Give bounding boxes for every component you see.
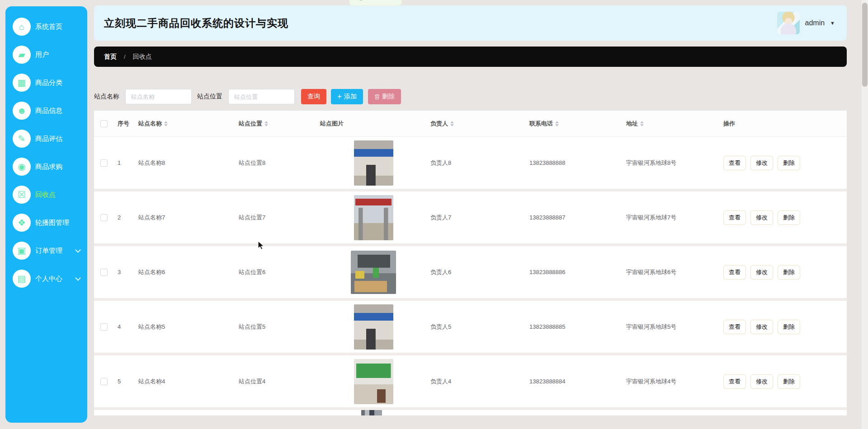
- sidebar-item-label: 轮播图管理: [35, 219, 83, 227]
- cell-manager: 负责人8: [427, 159, 526, 167]
- delete-row-button[interactable]: 删除: [778, 374, 800, 389]
- sidebar-item-4[interactable]: ✎ 商品评估: [5, 125, 87, 153]
- cell-phone: 13823888885: [526, 323, 623, 330]
- row-checkbox[interactable]: [100, 269, 108, 276]
- delete-row-button[interactable]: 删除: [778, 210, 800, 225]
- chevron-down-icon: [75, 275, 81, 281]
- row-actions: 查看修改删除: [720, 374, 847, 389]
- add-button[interactable]: 添加: [331, 89, 363, 104]
- avatar: [777, 12, 800, 34]
- row-checkbox[interactable]: [100, 378, 108, 385]
- sidebar-item-6[interactable]: ☒ 回收点: [5, 181, 87, 209]
- sort-icon[interactable]: [555, 121, 559, 126]
- row-checkbox[interactable]: [100, 159, 108, 167]
- column-header-5: 联系电话: [526, 120, 623, 128]
- table-row: 3 站点名称6 站点位置6 负责人6 13823888886 宇宙银河系地球6号…: [94, 246, 847, 301]
- cell-station-name: 站点名称5: [135, 323, 235, 331]
- row-actions: 查看修改删除: [720, 265, 847, 280]
- edit-button[interactable]: 修改: [750, 156, 773, 170]
- sidebar: ⌂ 系统首页 ▰ 用户 ▦ 商品分类 ☻ 商品信息 ✎ 商品评估 ◉ 商品求购 …: [5, 6, 87, 423]
- view-button[interactable]: 查看: [723, 265, 746, 280]
- column-header-3: 站点图片: [316, 120, 427, 128]
- row-actions: 查看修改删除: [720, 210, 847, 225]
- select-all-checkbox[interactable]: [100, 120, 108, 127]
- table-body: 1 站点名称8 站点位置8 负责人8 13823888888 宇宙银河系地球8号…: [94, 137, 847, 410]
- table-row: 2 站点名称7 站点位置7 负责人7 13823888887 宇宙银河系地球7号…: [94, 191, 847, 246]
- breadcrumb-home[interactable]: 首页: [104, 53, 117, 61]
- station-photo: [354, 359, 393, 404]
- check-circle-icon: ✓: [358, 0, 364, 0]
- success-toast: ✓ 操作成功: [349, 0, 402, 6]
- sidebar-item-label: 订单管理: [35, 247, 76, 255]
- delete-row-button[interactable]: 删除: [778, 265, 800, 280]
- view-button[interactable]: 查看: [723, 156, 746, 170]
- sort-icon[interactable]: [164, 121, 168, 126]
- cell-index: 4: [114, 323, 135, 330]
- sidebar-menu: ⌂ 系统首页 ▰ 用户 ▦ 商品分类 ☻ 商品信息 ✎ 商品评估 ◉ 商品求购 …: [5, 13, 87, 293]
- sidebar-item-5[interactable]: ◉ 商品求购: [5, 153, 87, 181]
- sidebar-item-0[interactable]: ⌂ 系统首页: [5, 13, 87, 41]
- cell-station-location: 站点位置5: [235, 323, 316, 331]
- clipboard-x-icon: ☒: [13, 186, 31, 204]
- delete-row-button[interactable]: 删除: [778, 320, 800, 334]
- sidebar-item-2[interactable]: ▦ 商品分类: [5, 69, 87, 97]
- sort-icon[interactable]: [450, 121, 454, 126]
- cell-phone: 13823888888: [526, 159, 623, 166]
- row-checkbox[interactable]: [100, 323, 108, 331]
- row-actions: 查看修改删除: [720, 320, 847, 334]
- sidebar-item-1[interactable]: ▰ 用户: [5, 41, 87, 69]
- header-bar: 立刻现二手商品回收系统的设计与实现 admin ▼: [94, 5, 847, 41]
- sidebar-item-9[interactable]: ▤ 个人中心: [5, 265, 87, 293]
- cell-index: 5: [114, 378, 135, 385]
- wallet-icon: ▰: [13, 46, 31, 64]
- balloon-icon: ◉: [13, 158, 31, 176]
- cell-index: 2: [114, 214, 135, 221]
- delete-button[interactable]: 删除: [368, 89, 401, 104]
- sort-icon[interactable]: [264, 121, 268, 126]
- view-button[interactable]: 查看: [723, 320, 746, 334]
- view-button[interactable]: 查看: [723, 374, 746, 389]
- sidebar-item-label: 回收点: [35, 191, 83, 199]
- delete-row-button[interactable]: 删除: [778, 156, 800, 170]
- row-checkbox[interactable]: [100, 214, 108, 221]
- station-name-input[interactable]: [125, 89, 192, 104]
- cell-manager: 负责人7: [427, 214, 526, 222]
- table-row-partial: [94, 410, 847, 415]
- user-dropdown[interactable]: admin ▼: [777, 12, 835, 34]
- sidebar-item-3[interactable]: ☻ 商品信息: [5, 97, 87, 125]
- page-title: 立刻现二手商品回收系统的设计与实现: [104, 16, 288, 30]
- edit-button[interactable]: 修改: [750, 320, 773, 334]
- sort-icon[interactable]: [640, 121, 644, 126]
- cell-manager: 负责人5: [427, 323, 526, 331]
- edit-button[interactable]: 修改: [750, 374, 773, 389]
- breadcrumb: 首页 / 回收点: [94, 47, 847, 67]
- search-button[interactable]: 查询: [301, 89, 326, 104]
- station-photo-partial: [361, 410, 382, 415]
- sidebar-item-label: 个人中心: [35, 275, 76, 283]
- sidebar-item-label: 商品评估: [35, 135, 83, 143]
- brush-icon: ✎: [13, 130, 31, 148]
- sidebar-item-8[interactable]: ▣ 订单管理: [5, 237, 87, 265]
- filter-bar: 站点名称 站点位置 查询 添加 删除: [94, 89, 847, 104]
- station-name-label: 站点名称: [94, 93, 119, 101]
- edit-button[interactable]: 修改: [750, 265, 773, 280]
- cell-phone: 13823888887: [526, 214, 623, 221]
- cell-station-name: 站点名称7: [135, 214, 235, 222]
- table-row: 5 站点名称4 站点位置4 负责人4 13823888884 宇宙银河系地球4号…: [94, 355, 847, 410]
- cell-address: 宇宙银河系地球6号: [623, 268, 720, 276]
- dropdown-caret-icon: ▼: [830, 20, 835, 26]
- chevron-down-icon: [75, 247, 81, 253]
- cell-address: 宇宙银河系地球4号: [623, 378, 720, 386]
- cell-station-name: 站点名称6: [135, 268, 235, 276]
- column-header-6: 地址: [623, 120, 720, 128]
- sidebar-item-label: 系统首页: [35, 23, 83, 31]
- scrollbar-track[interactable]: [862, 0, 868, 429]
- trash-icon: [374, 94, 380, 100]
- view-button[interactable]: 查看: [723, 210, 746, 225]
- plus-icon: [337, 92, 344, 101]
- edit-button[interactable]: 修改: [750, 210, 773, 225]
- sidebar-item-7[interactable]: ❖ 轮播图管理: [5, 209, 87, 237]
- squares-icon: ❖: [13, 214, 31, 232]
- station-location-input[interactable]: [228, 89, 295, 104]
- scrollbar-thumb[interactable]: [862, 3, 868, 87]
